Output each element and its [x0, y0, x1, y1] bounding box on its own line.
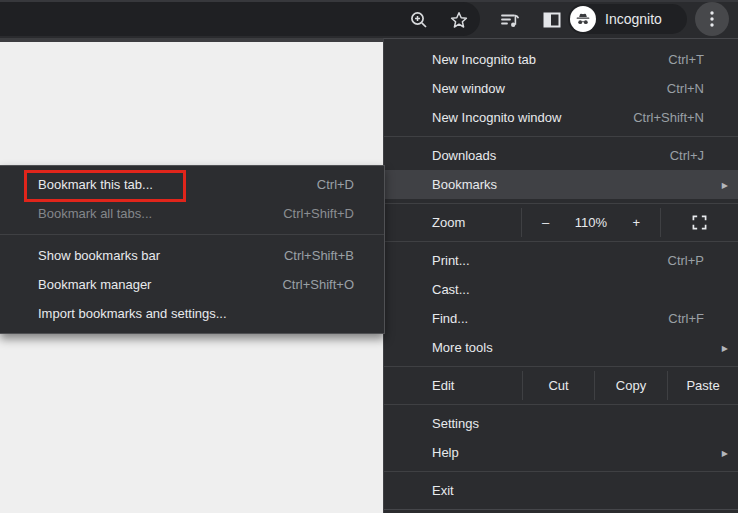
cut-button[interactable]: Cut [522, 371, 594, 400]
browser-menu-button[interactable] [695, 2, 729, 36]
submenu-arrow-icon: ▶ [722, 180, 728, 189]
menu-item-label: Help [432, 445, 459, 460]
incognito-label: Incognito [605, 11, 662, 27]
menu-item-label: Downloads [432, 148, 496, 163]
menu-separator [0, 234, 384, 235]
incognito-avatar [570, 6, 596, 32]
submenu-arrow-icon: ▶ [722, 448, 728, 457]
submenu-item-show-bookmarks-bar[interactable]: Show bookmarks bar Ctrl+Shift+B [0, 241, 384, 270]
menu-item-label: Import bookmarks and settings... [38, 306, 227, 321]
menu-separator [384, 241, 738, 242]
menu-item-label: Print... [432, 253, 470, 268]
incognito-badge: Incognito [568, 4, 687, 34]
star-icon [449, 10, 469, 30]
menu-separator [384, 404, 738, 405]
menu-item-label: New Incognito tab [432, 52, 536, 67]
submenu-arrow-icon: ▶ [722, 343, 728, 352]
menu-separator [384, 366, 738, 367]
paste-button[interactable]: Paste [667, 371, 738, 400]
submenu-item-bookmark-manager[interactable]: Bookmark manager Ctrl+Shift+O [0, 270, 384, 299]
zoom-out-button[interactable]: – [542, 215, 549, 230]
menu-item-shortcut: Ctrl+T [668, 52, 704, 67]
zoom-in-button[interactable]: + [632, 215, 640, 230]
media-controls-icon[interactable] [499, 9, 521, 31]
menu-item-label: Settings [432, 416, 479, 431]
menu-item-help[interactable]: Help ▶ [384, 438, 738, 467]
menu-item-label: Bookmark all tabs... [38, 206, 152, 221]
zoom-label: Zoom [384, 208, 521, 237]
menu-item-print[interactable]: Print... Ctrl+P [384, 246, 738, 275]
submenu-item-bookmark-all-tabs: Bookmark all tabs... Ctrl+Shift+D [0, 199, 384, 228]
menu-item-more-tools[interactable]: More tools ▶ [384, 333, 738, 362]
menu-item-find[interactable]: Find... Ctrl+F [384, 304, 738, 333]
zoom-level-value: 110% [575, 215, 607, 230]
menu-item-label: Bookmark manager [38, 277, 151, 292]
menu-item-shortcut: Ctrl+Shift+B [284, 248, 354, 263]
menu-item-exit[interactable]: Exit [384, 476, 738, 505]
side-panel-icon[interactable] [541, 9, 563, 31]
menu-item-label: Find... [432, 311, 468, 326]
menu-separator [384, 203, 738, 204]
menu-item-label: New Incognito window [432, 110, 561, 125]
menu-item-label: More tools [432, 340, 493, 355]
menu-item-label: Show bookmarks bar [38, 248, 160, 263]
menu-item-label: Exit [432, 483, 454, 498]
menu-item-shortcut: Ctrl+Shift+O [282, 277, 354, 292]
menu-item-new-incognito-window[interactable]: New Incognito window Ctrl+Shift+N [384, 103, 738, 132]
menu-item-edit: Edit Cut Copy Paste [384, 371, 738, 400]
copy-button[interactable]: Copy [594, 371, 667, 400]
menu-item-bookmarks[interactable]: Bookmarks ▶ [384, 170, 738, 199]
zoom-controls: – 110% + [521, 208, 661, 237]
menu-item-settings[interactable]: Settings [384, 409, 738, 438]
bookmarks-submenu: Bookmark this tab... Ctrl+D Bookmark all… [0, 165, 385, 334]
incognito-icon [574, 10, 592, 28]
copy-label: Copy [616, 378, 646, 393]
menu-item-shortcut: Ctrl+Shift+N [633, 110, 704, 125]
edit-label: Edit [384, 371, 522, 400]
bookmark-star-icon[interactable] [448, 9, 470, 31]
menu-separator [384, 136, 738, 137]
menu-item-label: New window [432, 81, 505, 96]
media-controls-icon [499, 10, 521, 30]
submenu-item-import-bookmarks[interactable]: Import bookmarks and settings... [0, 299, 384, 328]
fullscreen-icon [692, 215, 707, 230]
menu-item-label: Cast... [432, 282, 470, 297]
side-panel-icon [542, 10, 562, 30]
browser-toolbar: Incognito [0, 0, 738, 38]
menu-separator [384, 471, 738, 472]
menu-item-shortcut: Ctrl+F [668, 311, 704, 326]
menu-item-new-incognito-tab[interactable]: New Incognito tab Ctrl+T [384, 45, 738, 74]
menu-item-downloads[interactable]: Downloads Ctrl+J [384, 141, 738, 170]
menu-item-shortcut: Ctrl+Shift+D [283, 206, 354, 221]
browser-window: Incognito New Incognito tab Ctrl+T New w… [0, 0, 738, 513]
browser-main-menu: New Incognito tab Ctrl+T New window Ctrl… [383, 38, 738, 513]
cut-label: Cut [548, 378, 568, 393]
zoom-in-icon [409, 10, 429, 30]
kebab-menu-icon [710, 11, 714, 27]
menu-item-shortcut: Ctrl+N [667, 81, 704, 96]
red-highlight-annotation [24, 170, 186, 202]
fullscreen-button[interactable] [661, 208, 738, 237]
menu-item-cast[interactable]: Cast... [384, 275, 738, 304]
menu-bottom-edge [384, 509, 738, 510]
paste-label: Paste [686, 378, 719, 393]
menu-item-shortcut: Ctrl+D [317, 177, 354, 192]
menu-item-label: Bookmarks [432, 177, 497, 192]
menu-item-zoom: Zoom – 110% + [384, 208, 738, 237]
menu-item-new-window[interactable]: New window Ctrl+N [384, 74, 738, 103]
menu-item-shortcut: Ctrl+J [670, 148, 704, 163]
menu-item-shortcut: Ctrl+P [668, 253, 704, 268]
zoom-in-icon[interactable] [408, 9, 430, 31]
